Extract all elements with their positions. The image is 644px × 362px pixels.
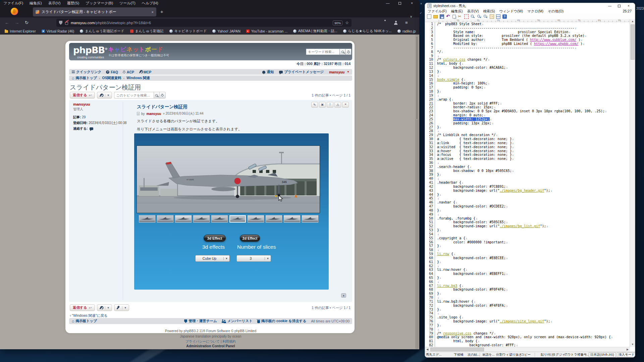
- moderator-tools-button[interactable]: ▼: [114, 304, 129, 311]
- tab-close-icon[interactable]: ×: [152, 10, 154, 14]
- page-icon[interactable]: [427, 14, 431, 19]
- find-u-icon[interactable]: ↑: [483, 14, 488, 19]
- replace-icon[interactable]: [490, 14, 494, 19]
- status-item[interactable]: コピー: [521, 353, 531, 357]
- menu-icon[interactable]: ≡: [405, 20, 408, 25]
- topic-search-button[interactable]: [154, 92, 160, 99]
- insecure-lock-icon[interactable]: [65, 22, 68, 25]
- editor-menu-item[interactable]: その他(O): [548, 9, 564, 14]
- report-button[interactable]: !: [327, 102, 333, 108]
- find-d-icon[interactable]: ↓: [477, 14, 481, 19]
- close-button[interactable]: ×: [407, 1, 417, 6]
- editor-menu-item[interactable]: 表示(V): [467, 9, 479, 14]
- tracking-shield-icon[interactable]: [59, 21, 62, 25]
- reply-button-bottom[interactable]: 返信する↩: [70, 304, 95, 311]
- browser-menu-item[interactable]: 編集(E): [30, 1, 42, 6]
- editor-text-area[interactable]: 1/* phpBB3 Style Sheet↓2 ---------------…: [425, 22, 630, 348]
- maximize-button[interactable]: [395, 1, 405, 6]
- slide-thumbnail[interactable]: [229, 215, 246, 223]
- breadcrumb-home[interactable]: ⌂掲示板トップ: [72, 76, 97, 80]
- bookmark-item[interactable]: キャビネットボード: [169, 29, 207, 34]
- topic-tools-button[interactable]: ▼: [97, 92, 112, 99]
- reload-button[interactable]: ↻: [25, 20, 29, 25]
- find-icon[interactable]: [471, 14, 475, 19]
- slide-thumbnail[interactable]: [193, 215, 210, 223]
- nav-user[interactable]: mansyuu▼: [329, 70, 350, 74]
- topic-search-advanced-button[interactable]: [160, 92, 166, 99]
- nav-FAQ[interactable]: FAQ: [106, 70, 118, 74]
- delete-button[interactable]: ✖: [319, 102, 326, 108]
- bookmark-item[interactable]: Virtual Radar (46): [42, 29, 74, 34]
- status-item[interactable]: 行番号...: [577, 353, 589, 357]
- reply-button[interactable]: 返信する↩: [70, 92, 95, 99]
- nav-ACP[interactable]: ACP: [123, 70, 134, 74]
- editor-vertical-scrollbar[interactable]: ▲ ▼: [630, 19, 635, 347]
- nav-bell[interactable]: 通知: [262, 70, 274, 74]
- nav-クイックリンク[interactable]: クイックリンク: [72, 70, 101, 74]
- 3d-effect-button[interactable]: 3d Effect: [204, 235, 226, 242]
- bookmark-item[interactable]: Yahoo! JAPAN: [212, 29, 240, 34]
- slices-select[interactable]: 3▼: [236, 255, 271, 262]
- keyword-search-input[interactable]: [306, 49, 339, 55]
- return-to-forum-link[interactable]: ‹ "Windows 関連"に戻る: [70, 313, 107, 318]
- url-bar[interactable]: mansyuu.com/phpbb3/viewtopic.php?f=18&t=…: [56, 19, 352, 27]
- status-item[interactable]: 単語を...: [482, 353, 495, 357]
- slide-thumbnail[interactable]: [139, 215, 155, 223]
- footer-acp-link[interactable]: Administration Control Panel: [66, 344, 355, 348]
- bookmark-item[interactable]: YouTube - acarsman ...: [246, 29, 287, 34]
- maximize-button[interactable]: [615, 3, 624, 8]
- slide-thumbnail[interactable]: [175, 215, 192, 223]
- split-icon[interactable]: [496, 14, 500, 19]
- slide-thumbnail[interactable]: [157, 215, 173, 223]
- slide-thumbnail[interactable]: [211, 215, 228, 223]
- close-button[interactable]: ×: [624, 3, 633, 8]
- copy-icon[interactable]: [452, 15, 456, 18]
- slide-thumbnail[interactable]: [266, 215, 282, 223]
- bottom-link-shield[interactable]: 管理・運営チーム: [184, 319, 217, 323]
- minimize-button[interactable]: —: [383, 1, 392, 6]
- bottom-link-trash[interactable]: 掲示板の cookie を消去する: [257, 319, 307, 323]
- nav-MCP[interactable]: MCP: [139, 70, 151, 74]
- status-item[interactable]: 下候補: [454, 353, 464, 357]
- bookmark-item[interactable]: ABEMA | 無料動画・話...: [293, 29, 337, 34]
- footer-privacy-terms[interactable]: プライバシーについて | 利用規約: [66, 339, 355, 344]
- browser-menu-item[interactable]: ブックマーク(B): [86, 1, 113, 6]
- post-subject[interactable]: スライドパターン検証用: [137, 104, 187, 110]
- slide-thumbnail[interactable]: [302, 215, 318, 223]
- minimize-button[interactable]: —: [605, 3, 614, 8]
- advanced-search-button[interactable]: [345, 49, 352, 55]
- status-item[interactable]: 貼り付け: [541, 353, 553, 357]
- status-item[interactable]: 挿入モード: [617, 352, 635, 357]
- browser-menu-item[interactable]: ヘルプ(H): [142, 1, 158, 6]
- back-button[interactable]: ←: [5, 20, 9, 25]
- status-item[interactable]: 日本語(Shift-JIS): [589, 352, 616, 357]
- status-item[interactable]: 次の結...: [468, 353, 480, 357]
- topic-search-input[interactable]: [114, 92, 154, 99]
- slide-thumbnail[interactable]: [284, 215, 300, 223]
- folder-icon[interactable]: [433, 15, 438, 18]
- bookmark-item[interactable]: まんしゅう彩遊記: [130, 29, 164, 34]
- warn-button[interactable]: ⚠: [334, 102, 341, 108]
- help-icon[interactable]: ?: [502, 14, 507, 19]
- search-button[interactable]: [339, 49, 345, 55]
- editor-menu-item[interactable]: ファイル(F): [428, 9, 446, 14]
- back-to-top-button[interactable]: ▲: [341, 293, 346, 298]
- effect-select[interactable]: Cube Up▼: [195, 255, 230, 262]
- board-index-link[interactable]: ⌂掲示板トップ: [72, 319, 97, 323]
- quote-button[interactable]: ❝: [342, 102, 349, 108]
- status-item[interactable]: 秀丸エデ...: [426, 353, 441, 357]
- bookmark-star-icon[interactable]: ☆: [345, 20, 349, 25]
- zoom-level-badge[interactable]: 90%: [333, 20, 342, 25]
- select-icon[interactable]: [464, 14, 469, 19]
- aircraft-photo[interactable]: 345 47-8345: [137, 145, 320, 213]
- pm-icon[interactable]: [90, 127, 93, 130]
- 2d-effect-button[interactable]: 2d Effect: [240, 235, 260, 242]
- editor-menu-item[interactable]: マクロ(M): [527, 9, 543, 14]
- page-scrollbar[interactable]: [415, 35, 419, 349]
- breadcrumb-link[interactable]: OS関連資料: [102, 76, 121, 80]
- edit-button[interactable]: ✎: [311, 102, 318, 108]
- cut-icon[interactable]: ✂: [458, 14, 462, 19]
- status-item[interactable]: 切り抜き: [509, 353, 522, 357]
- browser-menu-item[interactable]: ファイル(F): [3, 1, 23, 6]
- forward-button[interactable]: →: [15, 20, 19, 25]
